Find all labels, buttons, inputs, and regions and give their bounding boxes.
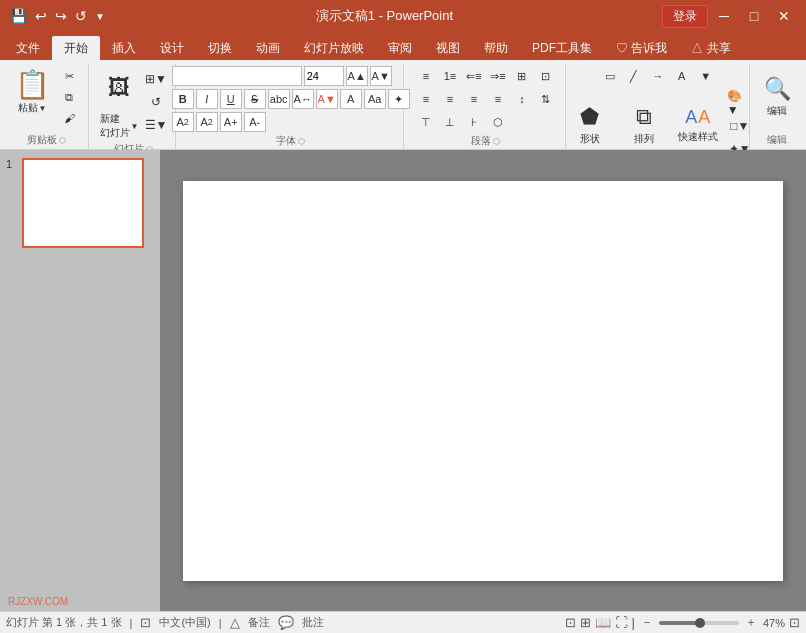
shape-rectangle-icon[interactable]: ▭ (599, 66, 621, 86)
decrease-indent-button[interactable]: ⇐≡ (463, 66, 485, 86)
valign-bottom-button[interactable]: ⊦ (463, 112, 485, 132)
tab-slideshow[interactable]: 幻灯片放映 (292, 36, 376, 60)
view-fullscreen-icon[interactable]: ⛶ (615, 615, 628, 630)
tab-view[interactable]: 视图 (424, 36, 472, 60)
save-icon[interactable]: 💾 (8, 6, 29, 26)
ribbon-body: 📋 粘贴▼ ✂ ⧉ 🖌 剪贴板 ⬡ 🖼 新建幻灯片▼ ⊞▼ (0, 60, 806, 150)
tab-tellme[interactable]: ♡ 告诉我 (604, 36, 679, 60)
valign-mid-button[interactable]: ⊥ (439, 112, 461, 132)
paste-button[interactable]: 📋 粘贴▼ (10, 66, 54, 117)
view-normal-icon[interactable]: ⊡ (565, 615, 576, 630)
highlight-button[interactable]: A (340, 89, 362, 109)
slide-number: 1 (6, 158, 18, 170)
new-slide-button[interactable]: 🖼 新建幻灯片▼ (97, 66, 141, 142)
cut-button[interactable]: ✂ (56, 66, 82, 86)
bold-button[interactable]: B (172, 89, 194, 109)
tab-home[interactable]: 开始 (52, 36, 100, 60)
shape-arrow-icon[interactable]: → (647, 66, 669, 86)
font-size-up2-button[interactable]: A+ (220, 112, 242, 132)
tab-pdf[interactable]: PDF工具集 (520, 36, 604, 60)
arrange-button[interactable]: ⧉ 排列 (619, 94, 669, 156)
font-expand-icon[interactable]: ⬡ (298, 137, 305, 146)
shadow-button[interactable]: abc (268, 89, 290, 109)
increase-indent-button[interactable]: ⇒≡ (487, 66, 509, 86)
zoom-slider[interactable] (659, 621, 739, 625)
spacing-button[interactable]: A↔ (292, 89, 314, 109)
text-direction-button[interactable]: ⇅ (535, 89, 557, 109)
tab-transitions[interactable]: 切换 (196, 36, 244, 60)
font-size-down2-button[interactable]: A- (244, 112, 266, 132)
tab-review[interactable]: 审阅 (376, 36, 424, 60)
font-name-input[interactable] (172, 66, 302, 86)
superscript-button[interactable]: A2 (172, 112, 194, 132)
clipboard-expand-icon[interactable]: ⬡ (59, 136, 66, 145)
shape-line-icon[interactable]: ╱ (623, 66, 645, 86)
customize-icon[interactable]: ▼ (93, 9, 107, 24)
align-right-button[interactable]: ≡ (463, 89, 485, 109)
notes-label[interactable]: 备注 (248, 615, 270, 630)
font-color-button[interactable]: A▼ (316, 89, 338, 109)
format-painter-button[interactable]: 🖌 (56, 108, 82, 128)
smartart-button[interactable]: ⊡ (535, 66, 557, 86)
status-fit-icon[interactable]: ⊡ (140, 615, 151, 630)
shape-fill-button[interactable]: 🎨▼ (727, 92, 753, 114)
view-reading-icon[interactable]: 📖 (595, 615, 611, 630)
tab-insert[interactable]: 插入 (100, 36, 148, 60)
reset-button[interactable]: ↺ (143, 91, 169, 113)
align-justify-button[interactable]: ≡ (487, 89, 509, 109)
tab-animations[interactable]: 动画 (244, 36, 292, 60)
strikethrough-button[interactable]: S̶ (244, 89, 266, 109)
repeat-icon[interactable]: ↺ (73, 6, 89, 26)
case-button[interactable]: Aa (364, 89, 386, 109)
paragraph-expand-icon[interactable]: ⬡ (493, 137, 500, 146)
shape-outline-button[interactable]: □▼ (727, 115, 753, 137)
minimize-button[interactable]: ─ (710, 2, 738, 30)
italic-button[interactable]: I (196, 89, 218, 109)
search-button[interactable]: 🔍 编辑 (757, 66, 797, 128)
tab-help[interactable]: 帮助 (472, 36, 520, 60)
shape-textbox-icon[interactable]: A (671, 66, 693, 86)
font-size-increase-button[interactable]: A▲ (346, 66, 368, 86)
quick-styles-button[interactable]: AA 快速样式 (673, 94, 723, 156)
undo-icon[interactable]: ↩ (33, 6, 49, 26)
font-size-input[interactable] (304, 66, 344, 86)
notes-icon[interactable]: △ (230, 615, 240, 630)
shape-button[interactable]: ⬟ 形状 (565, 94, 615, 156)
ribbon-group-slides: 🖼 新建幻灯片▼ ⊞▼ ↺ ☰▼ 幻灯片 ⬡ (91, 64, 176, 149)
slide-thumbnail[interactable] (22, 158, 144, 248)
align-left-button[interactable]: ≡ (415, 89, 437, 109)
title-bar-controls: 登录 ─ □ ✕ (662, 2, 798, 30)
bullets-button[interactable]: ≡ (415, 66, 437, 86)
redo-icon[interactable]: ↪ (53, 6, 69, 26)
subscript-button[interactable]: A2 (196, 112, 218, 132)
zoom-out-button[interactable]: － (639, 614, 655, 631)
align-center-button[interactable]: ≡ (439, 89, 461, 109)
view-slide-sorter-icon[interactable]: ⊞ (580, 615, 591, 630)
watermark-text: RJZXW.COM (8, 596, 68, 607)
title-bar-left: 💾 ↩ ↪ ↺ ▼ (8, 6, 107, 26)
shape-more-icon[interactable]: ▼ (695, 66, 717, 86)
tab-share[interactable]: △ 共享 (679, 36, 742, 60)
comments-icon[interactable]: 💬 (278, 615, 294, 630)
convert-smartart-button[interactable]: ⬡ (487, 112, 509, 132)
zoom-in-button[interactable]: ＋ (743, 614, 759, 631)
columns-button[interactable]: ⊞ (511, 66, 533, 86)
tab-file[interactable]: 文件 (4, 36, 52, 60)
slide-thumb-container: 1 (6, 158, 154, 248)
underline-button[interactable]: U (220, 89, 242, 109)
copy-button[interactable]: ⧉ (56, 87, 82, 107)
font-size-decrease-button[interactable]: A▼ (370, 66, 392, 86)
restore-button[interactable]: □ (740, 2, 768, 30)
comments-label[interactable]: 批注 (302, 615, 324, 630)
login-button[interactable]: 登录 (662, 5, 708, 28)
section-button[interactable]: ☰▼ (143, 114, 169, 136)
close-button[interactable]: ✕ (770, 2, 798, 30)
line-spacing-button[interactable]: ↕ (511, 89, 533, 109)
valign-top-button[interactable]: ⊤ (415, 112, 437, 132)
layout-button[interactable]: ⊞▼ (143, 68, 169, 90)
canvas-area[interactable] (160, 150, 806, 611)
tab-design[interactable]: 设计 (148, 36, 196, 60)
numbering-button[interactable]: 1≡ (439, 66, 461, 86)
title-bar-title: 演示文稿1 - PowerPoint (107, 7, 662, 25)
fit-window-icon[interactable]: ⊡ (789, 615, 800, 630)
